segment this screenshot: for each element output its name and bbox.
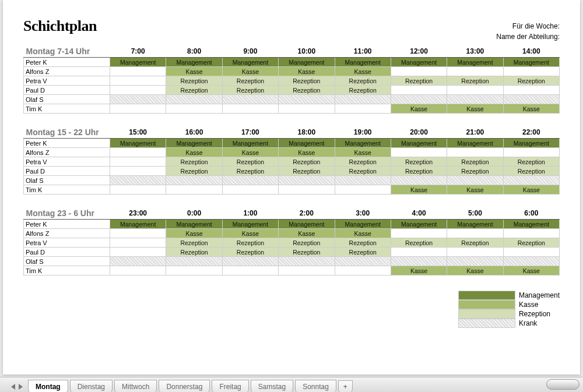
schedule-cell[interactable]: Kasse — [447, 104, 503, 114]
schedule-cell[interactable] — [222, 185, 278, 195]
schedule-cell[interactable]: Rezeption — [166, 248, 222, 257]
schedule-cell[interactable] — [503, 67, 559, 76]
schedule-cell[interactable] — [279, 176, 335, 185]
schedule-cell[interactable]: Rezeption — [335, 76, 391, 86]
schedule-cell[interactable] — [447, 248, 503, 257]
schedule-cell[interactable]: Rezeption — [335, 248, 391, 257]
schedule-cell[interactable]: Management — [279, 220, 335, 229]
schedule-cell[interactable] — [279, 266, 335, 276]
schedule-cell[interactable]: Rezeption — [335, 238, 391, 248]
schedule-cell[interactable] — [222, 104, 278, 114]
schedule-cell[interactable]: Rezeption — [447, 157, 503, 167]
schedule-cell[interactable] — [335, 95, 391, 104]
schedule-cell[interactable]: Management — [503, 58, 559, 67]
schedule-cell[interactable]: Management — [447, 139, 503, 148]
schedule-cell[interactable]: Management — [391, 220, 447, 229]
schedule-cell[interactable] — [166, 176, 222, 185]
schedule-cell[interactable]: Management — [110, 220, 166, 229]
schedule-cell[interactable]: Rezeption — [335, 157, 391, 167]
schedule-cell[interactable]: Rezeption — [279, 76, 335, 86]
schedule-cell[interactable] — [110, 167, 166, 176]
schedule-cell[interactable] — [503, 95, 559, 104]
schedule-cell[interactable]: Rezeption — [166, 76, 222, 86]
schedule-cell[interactable] — [447, 257, 503, 266]
schedule-cell[interactable]: Management — [447, 220, 503, 229]
schedule-cell[interactable] — [503, 148, 559, 157]
schedule-cell[interactable] — [279, 104, 335, 114]
schedule-cell[interactable]: Rezeption — [166, 157, 222, 167]
schedule-cell[interactable] — [391, 86, 447, 95]
schedule-cell[interactable]: Rezeption — [279, 238, 335, 248]
schedule-cell[interactable]: Kasse — [279, 67, 335, 76]
schedule-cell[interactable] — [166, 95, 222, 104]
schedule-cell[interactable]: Rezeption — [391, 76, 447, 86]
schedule-cell[interactable]: Rezeption — [447, 238, 503, 248]
schedule-cell[interactable] — [503, 86, 559, 95]
schedule-cell[interactable]: Rezeption — [279, 248, 335, 257]
schedule-cell[interactable]: Rezeption — [222, 238, 278, 248]
schedule-cell[interactable] — [110, 76, 166, 86]
schedule-cell[interactable]: Kasse — [222, 148, 278, 157]
schedule-cell[interactable]: Rezeption — [335, 167, 391, 176]
schedule-cell[interactable]: Kasse — [166, 67, 222, 76]
schedule-cell[interactable] — [166, 185, 222, 195]
schedule-cell[interactable] — [279, 257, 335, 266]
schedule-cell[interactable]: Kasse — [391, 185, 447, 195]
schedule-cell[interactable]: Kasse — [279, 148, 335, 157]
schedule-cell[interactable] — [503, 248, 559, 257]
add-sheet-button[interactable]: + — [338, 380, 353, 392]
schedule-cell[interactable] — [110, 185, 166, 195]
schedule-cell[interactable] — [391, 67, 447, 76]
sheet-tab[interactable]: Freitag — [212, 380, 248, 392]
schedule-cell[interactable] — [447, 67, 503, 76]
schedule-cell[interactable] — [222, 257, 278, 266]
schedule-cell[interactable] — [391, 148, 447, 157]
schedule-cell[interactable]: Kasse — [503, 266, 559, 276]
chevron-left-icon[interactable] — [11, 384, 15, 390]
schedule-cell[interactable] — [222, 95, 278, 104]
schedule-cell[interactable] — [166, 104, 222, 114]
schedule-cell[interactable] — [110, 148, 166, 157]
schedule-cell[interactable]: Management — [110, 139, 166, 148]
schedule-cell[interactable] — [391, 229, 447, 238]
schedule-cell[interactable]: Kasse — [166, 229, 222, 238]
schedule-cell[interactable] — [166, 266, 222, 276]
schedule-cell[interactable] — [110, 238, 166, 248]
schedule-cell[interactable]: Management — [222, 220, 278, 229]
schedule-cell[interactable] — [335, 257, 391, 266]
schedule-cell[interactable] — [391, 176, 447, 185]
schedule-cell[interactable] — [503, 229, 559, 238]
schedule-cell[interactable]: Management — [391, 58, 447, 67]
schedule-cell[interactable] — [110, 104, 166, 114]
schedule-cell[interactable]: Rezeption — [279, 157, 335, 167]
schedule-cell[interactable]: Rezeption — [279, 167, 335, 176]
schedule-cell[interactable] — [110, 95, 166, 104]
schedule-cell[interactable]: Rezeption — [391, 238, 447, 248]
sheet-tab[interactable]: Samstag — [251, 380, 293, 392]
schedule-cell[interactable]: Kasse — [335, 229, 391, 238]
schedule-cell[interactable] — [222, 266, 278, 276]
schedule-cell[interactable]: Management — [503, 220, 559, 229]
sheet-nav[interactable] — [9, 384, 24, 390]
schedule-cell[interactable]: Management — [166, 139, 222, 148]
sheet-tab[interactable]: Mittwoch — [114, 380, 157, 392]
schedule-cell[interactable]: Rezeption — [447, 167, 503, 176]
schedule-cell[interactable]: Rezeption — [503, 76, 559, 86]
schedule-cell[interactable] — [110, 248, 166, 257]
schedule-cell[interactable] — [279, 95, 335, 104]
schedule-cell[interactable]: Rezeption — [222, 157, 278, 167]
schedule-cell[interactable]: Kasse — [391, 104, 447, 114]
schedule-cell[interactable]: Management — [279, 58, 335, 67]
schedule-cell[interactable] — [110, 67, 166, 76]
schedule-cell[interactable]: Management — [166, 58, 222, 67]
schedule-cell[interactable]: Kasse — [391, 266, 447, 276]
schedule-cell[interactable]: Management — [503, 139, 559, 148]
schedule-cell[interactable]: Management — [222, 139, 278, 148]
chevron-right-icon[interactable] — [19, 384, 23, 390]
schedule-cell[interactable]: Rezeption — [503, 157, 559, 167]
schedule-cell[interactable] — [447, 148, 503, 157]
schedule-cell[interactable]: Rezeption — [222, 167, 278, 176]
schedule-cell[interactable] — [222, 176, 278, 185]
schedule-cell[interactable]: Rezeption — [335, 86, 391, 95]
schedule-cell[interactable] — [335, 176, 391, 185]
